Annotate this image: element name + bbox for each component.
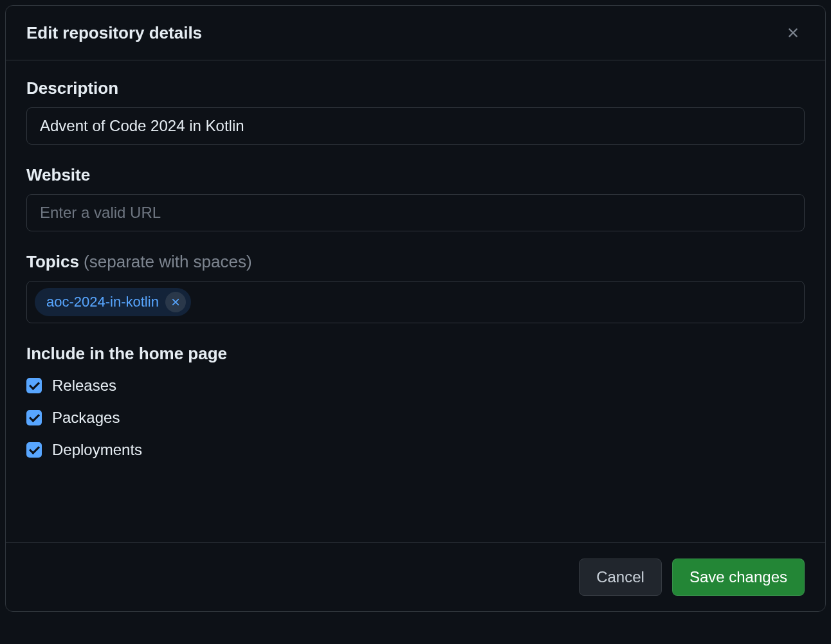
checkbox-releases[interactable] [26, 378, 42, 393]
topics-label: Topics (separate with spaces) [26, 252, 805, 272]
checkbox-packages[interactable] [26, 410, 42, 425]
checkbox-deployments[interactable] [26, 442, 42, 458]
dialog-header: Edit repository details [6, 6, 825, 60]
checkbox-label-packages: Packages [52, 409, 120, 427]
topics-hint: (separate with spaces) [84, 252, 252, 271]
dialog-footer: Cancel Save changes [6, 542, 825, 611]
topics-group: Topics (separate with spaces) aoc-2024-i… [26, 252, 805, 323]
description-group: Description [26, 78, 805, 145]
website-label: Website [26, 165, 805, 185]
checkbox-list: Releases Packages Deployments [26, 377, 805, 459]
website-group: Website [26, 165, 805, 231]
topic-tag-label: aoc-2024-in-kotlin [46, 294, 159, 310]
dialog-title: Edit repository details [26, 23, 202, 43]
topics-label-text: Topics [26, 252, 79, 271]
save-changes-button[interactable]: Save changes [672, 559, 805, 596]
topics-input-box[interactable]: aoc-2024-in-kotlin [26, 281, 805, 323]
dialog-body: Description Website Topics (separate wit… [6, 60, 825, 542]
close-icon [785, 25, 801, 40]
cancel-button[interactable]: Cancel [579, 559, 662, 596]
close-icon [170, 296, 181, 308]
description-input[interactable] [26, 107, 805, 145]
checkbox-label-deployments: Deployments [52, 441, 142, 459]
checkbox-label-releases: Releases [52, 377, 116, 395]
description-label: Description [26, 78, 805, 98]
checkbox-row-releases[interactable]: Releases [26, 377, 805, 395]
website-input[interactable] [26, 194, 805, 231]
checkbox-row-packages[interactable]: Packages [26, 409, 805, 427]
include-heading: Include in the home page [26, 344, 805, 364]
edit-repository-dialog: Edit repository details Description Webs… [5, 5, 826, 612]
topic-remove-button[interactable] [165, 292, 186, 312]
close-button[interactable] [781, 21, 805, 44]
include-group: Include in the home page Releases Packag… [26, 344, 805, 459]
topic-tag: aoc-2024-in-kotlin [35, 288, 191, 316]
checkbox-row-deployments[interactable]: Deployments [26, 441, 805, 459]
